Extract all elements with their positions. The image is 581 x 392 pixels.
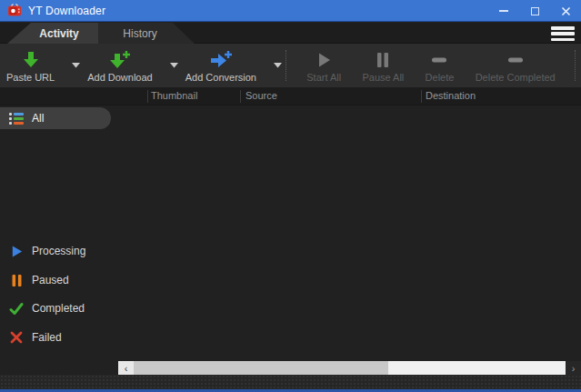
scrollbar-thumb[interactable]: [134, 361, 388, 375]
tab-history-label: History: [123, 27, 169, 40]
window-title: YT Downloader: [28, 5, 105, 17]
maximize-icon: [531, 7, 539, 15]
app-logo-tv-icon: [7, 4, 22, 17]
column-header-thumbnail[interactable]: Thumbnail: [151, 90, 197, 101]
toolbar-right-group: Start All Pause All Delete: [289, 44, 573, 87]
column-header-destination[interactable]: Destination: [426, 90, 476, 101]
delete-completed-label: Delete Completed: [476, 72, 556, 83]
add-conversion-label: Add Conversion: [185, 72, 256, 83]
horizontal-scrollbar: ‹ ›: [118, 361, 581, 375]
add-download-button[interactable]: Add Download: [84, 47, 156, 85]
close-icon: [561, 6, 571, 16]
window-controls: [488, 0, 581, 22]
pause-icon: [375, 49, 391, 71]
column-divider: [240, 90, 241, 103]
add-download-group: Add Download: [84, 47, 181, 85]
add-download-label: Add Download: [87, 72, 153, 83]
check-green-icon: [9, 301, 24, 316]
scroll-left-arrow-icon[interactable]: ‹: [118, 361, 134, 375]
table-header-row: Thumbnail Source Destination: [0, 87, 581, 106]
add-download-arrow-plus-icon: [108, 49, 132, 71]
toolbar-separator: [285, 50, 286, 81]
pause-orange-icon: [9, 273, 24, 287]
pause-all-button[interactable]: Pause All: [358, 47, 407, 85]
play-blue-icon: [9, 244, 24, 258]
list-all-icon: [9, 111, 24, 126]
sidebar-item-completed[interactable]: Completed: [0, 297, 111, 319]
tab-history[interactable]: History: [98, 23, 195, 44]
minimize-button[interactable]: [488, 0, 519, 22]
column-divider: [147, 90, 148, 103]
sidebar-item-processing[interactable]: Processing: [0, 240, 111, 262]
add-download-dropdown-chevron-icon[interactable]: [167, 59, 181, 72]
paste-url-group: Paste URL: [3, 47, 83, 85]
paste-url-label: Paste URL: [6, 72, 55, 83]
sidebar-item-failed-label: Failed: [32, 331, 62, 344]
toolbar-separator: [575, 50, 576, 81]
main-content: All Processing Paused: [0, 106, 581, 361]
toolbar: Paste URL Add Download: [0, 44, 581, 87]
minimize-icon: [499, 10, 508, 12]
sidebar-item-paused[interactable]: Paused: [0, 269, 111, 291]
start-all-button[interactable]: Start All: [303, 47, 345, 85]
column-divider: [421, 90, 422, 103]
maximize-button[interactable]: [519, 0, 550, 22]
paste-url-down-arrow-icon: [21, 49, 41, 71]
sidebar-item-all-label: All: [32, 112, 44, 125]
play-icon: [315, 49, 333, 71]
app-window: YT Downloader Activity History: [0, 0, 581, 392]
titlebar[interactable]: YT Downloader: [0, 0, 581, 22]
start-all-label: Start All: [306, 72, 341, 83]
delete-label: Delete: [426, 72, 455, 83]
minus-dash-icon: [429, 49, 449, 71]
add-conversion-group: Add Conversion: [182, 47, 285, 85]
add-conversion-arrow-plus-icon: [209, 49, 233, 71]
sidebar-item-failed[interactable]: Failed: [0, 327, 111, 348]
hamburger-menu-icon[interactable]: [551, 26, 575, 41]
add-conversion-button[interactable]: Add Conversion: [182, 47, 260, 85]
scroll-right-arrow-icon[interactable]: ›: [566, 361, 581, 375]
tab-bar: Activity History: [0, 23, 581, 44]
paste-url-dropdown-chevron-icon[interactable]: [69, 59, 83, 72]
sidebar-item-all[interactable]: All: [0, 107, 111, 129]
sidebar-item-completed-label: Completed: [32, 302, 85, 315]
filter-sidebar: All Processing Paused: [0, 106, 118, 361]
download-list-empty-area: [118, 106, 581, 361]
toolbar-left-group: Paste URL Add Download: [2, 44, 285, 87]
sidebar-item-paused-label: Paused: [32, 274, 69, 286]
tab-activity-label: Activity: [26, 27, 78, 40]
status-strip: [0, 375, 581, 389]
delete-button[interactable]: Delete: [422, 47, 458, 85]
minus-dash-icon: [506, 49, 526, 71]
cross-red-icon: [9, 330, 24, 345]
sidebar-item-processing-label: Processing: [32, 245, 85, 257]
scrollbar-track[interactable]: [388, 361, 566, 375]
column-header-source[interactable]: Source: [245, 90, 277, 101]
add-conversion-dropdown-chevron-icon[interactable]: [271, 59, 285, 72]
close-button[interactable]: [550, 0, 581, 22]
tab-activity[interactable]: Activity: [7, 23, 98, 44]
pause-all-label: Pause All: [362, 72, 404, 83]
delete-completed-button[interactable]: Delete Completed: [472, 47, 559, 85]
paste-url-button[interactable]: Paste URL: [3, 47, 58, 85]
